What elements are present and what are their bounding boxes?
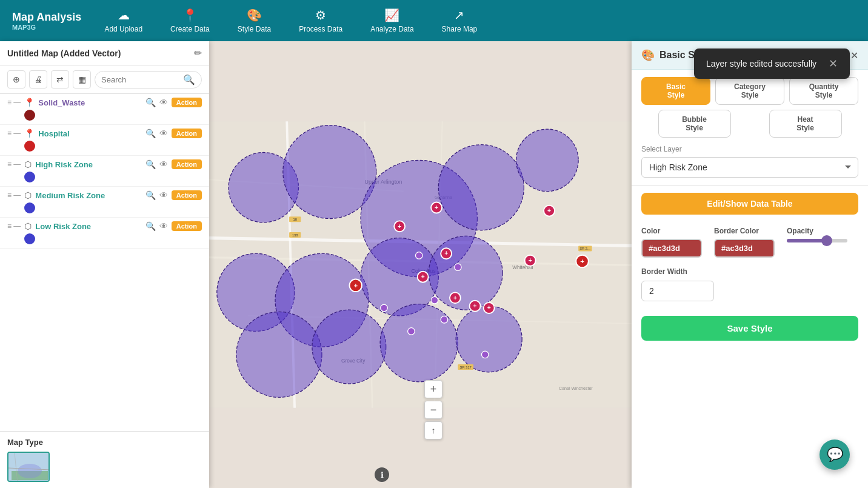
app-logo: Map Analysis MAP3G — [12, 11, 81, 31]
style-options: Color #ac3d3d Border Color #ac3d3d Opaci… — [632, 222, 868, 306]
svg-point-23 — [516, 129, 579, 192]
action-badge-high-risk[interactable]: Action — [172, 159, 202, 169]
color-picker[interactable]: #ac3d3d — [641, 239, 702, 258]
tab-quantity-style[interactable]: QuantityStyle — [789, 77, 858, 105]
main-content: Untitled Map (Added Vector) ✏ ⊕ 🖨 ⇄ ▦ 🔍 … — [0, 41, 868, 488]
nav-add-upload[interactable]: ☁ Add Upload — [99, 5, 147, 36]
svg-point-57 — [408, 328, 415, 335]
action-badge-medium-risk[interactable]: Action — [172, 190, 202, 200]
layer-item-solid-waste: ≡ — 📍 Solid_Waste 🔍 👁 Action — [0, 94, 209, 125]
tab-category-style[interactable]: CategoryStyle — [715, 77, 784, 105]
nav-add-upload-label: Add Upload — [104, 25, 142, 33]
drag-handle[interactable]: ≡ — — [7, 98, 21, 107]
visibility-icon[interactable]: 👁 — [159, 159, 168, 169]
layer-controls-high-risk: 🔍 👁 Action — [145, 159, 202, 169]
nav-create-data[interactable]: 📍 Create Data — [165, 5, 215, 36]
layer-select[interactable]: High Risk Zone Medium Risk Zone Low Risk… — [641, 157, 858, 178]
opacity-label: Opacity — [787, 227, 847, 235]
svg-point-54 — [455, 264, 462, 271]
zoom-to-layer-icon[interactable]: 🔍 — [145, 190, 156, 200]
border-color-label: Border Color — [714, 227, 775, 235]
svg-point-31 — [456, 306, 522, 372]
style-data-icon: 🎨 — [247, 8, 262, 22]
svg-text:+: + — [529, 257, 532, 264]
layer-item-hospital: ≡ — 📍 Hospital 🔍 👁 Action — [0, 125, 209, 156]
action-badge-low-risk[interactable]: Action — [172, 221, 202, 231]
action-badge-solid-waste[interactable]: Action — [172, 98, 202, 107]
svg-point-55 — [415, 252, 422, 259]
print-button[interactable]: 🖨 — [29, 70, 47, 89]
edit-data-table-button[interactable]: Edit/Show Data Table — [641, 193, 858, 215]
zoom-controls: + − ↑ — [424, 380, 442, 440]
opacity-slider[interactable] — [787, 239, 847, 242]
color-value: #ac3d3d — [649, 244, 680, 253]
zoom-to-layer-icon[interactable]: 🔍 — [145, 221, 156, 231]
nav-process-data-label: Process Data — [299, 25, 342, 33]
zoom-out-button[interactable]: − — [424, 401, 442, 419]
share-map-icon: ↗ — [454, 8, 464, 22]
toast-message: Layer style edited succesfully — [706, 59, 816, 69]
search-box[interactable]: 🔍 — [95, 71, 202, 89]
visibility-icon[interactable]: 👁 — [159, 190, 168, 200]
drag-handle[interactable]: ≡ — — [7, 160, 21, 169]
nav-share-map[interactable]: ↗ Share Map — [437, 5, 482, 36]
svg-point-59 — [441, 316, 448, 323]
layer-color-solid-waste — [24, 110, 35, 121]
tab-basic-style[interactable]: BasicStyle — [641, 77, 710, 105]
hospital-marker: + — [544, 206, 555, 216]
zoom-extent-button[interactable]: ⊕ — [7, 70, 25, 89]
visibility-icon[interactable]: 👁 — [159, 129, 168, 138]
map-type-section: Map Type — [0, 431, 209, 488]
grid-button[interactable]: ▦ — [73, 70, 91, 89]
zoom-to-layer-icon[interactable]: 🔍 — [145, 98, 156, 107]
left-panel: Untitled Map (Added Vector) ✏ ⊕ 🖨 ⇄ ▦ 🔍 … — [0, 41, 209, 488]
right-panel: 🎨 Basic Style ∧ ✕ BasicStyle CategorySty… — [632, 41, 868, 488]
nav-process-data[interactable]: ⚙ Process Data — [294, 5, 347, 36]
svg-point-30 — [380, 304, 458, 382]
nav-style-data[interactable]: 🎨 Style Data — [233, 5, 276, 36]
hospital-marker: + — [441, 248, 452, 259]
nav-share-map-label: Share Map — [442, 25, 478, 33]
tab-heat-style[interactable]: HeatStyle — [769, 110, 842, 138]
svg-text:+: + — [398, 223, 401, 230]
tab-bubble-style[interactable]: BubbleStyle — [658, 110, 731, 138]
map-type-thumbnail[interactable] — [7, 452, 50, 482]
border-width-input[interactable] — [641, 281, 714, 301]
zoom-in-button[interactable]: + — [424, 380, 442, 398]
svg-point-60 — [481, 351, 489, 358]
compass-button[interactable]: ↑ — [424, 421, 442, 440]
solid-waste-marker: + — [349, 279, 362, 292]
close-panel-icon[interactable]: ✕ — [850, 50, 858, 61]
drag-handle[interactable]: ≡ — — [7, 191, 21, 199]
toast-close-button[interactable]: ✕ — [829, 57, 838, 70]
layer-color-hospital — [24, 141, 35, 152]
layers-list: ≡ — 📍 Solid_Waste 🔍 👁 Action ≡ — — [0, 94, 209, 249]
nav-analyze-data[interactable]: 📈 Analyze Data — [366, 5, 418, 36]
search-input[interactable] — [101, 75, 179, 84]
drag-handle[interactable]: ≡ — — [7, 129, 21, 138]
zoom-to-layer-icon[interactable]: 🔍 — [145, 129, 156, 138]
swap-button[interactable]: ⇄ — [51, 70, 69, 89]
hospital-marker: + — [525, 255, 536, 266]
border-width-section: Border Width — [641, 267, 858, 301]
low-risk-type-icon: ⬡ — [24, 221, 32, 231]
layer-item-medium-risk-zone: ≡ — ⬡ Medium Risk Zone 🔍 👁 Action — [0, 187, 209, 218]
color-row: Color #ac3d3d Border Color #ac3d3d Opaci… — [641, 227, 858, 258]
drag-handle[interactable]: ≡ — — [7, 222, 21, 230]
panel-edit-icon[interactable]: ✏ — [194, 47, 202, 59]
zoom-to-layer-icon[interactable]: 🔍 — [145, 159, 156, 169]
visibility-icon[interactable]: 👁 — [159, 221, 168, 231]
toast-notification: Layer style edited succesfully ✕ — [694, 48, 850, 79]
visibility-icon[interactable]: 👁 — [159, 98, 168, 107]
border-color-field: Border Color #ac3d3d — [714, 227, 775, 258]
save-style-button[interactable]: Save Style — [641, 316, 858, 341]
action-badge-hospital[interactable]: Action — [172, 129, 202, 138]
map-area[interactable]: Upper Arlington Columbus Whitehall Gahan… — [209, 41, 632, 488]
border-color-picker[interactable]: #ac3d3d — [714, 239, 775, 258]
style-tabs-row2: BubbleStyle HeatStyle — [632, 110, 868, 145]
svg-point-22 — [438, 145, 524, 230]
hospital-marker: + — [418, 272, 429, 282]
chat-bubble-button[interactable]: 💬 — [820, 440, 850, 470]
info-icon[interactable]: ℹ — [375, 467, 389, 482]
svg-point-56 — [431, 296, 438, 304]
